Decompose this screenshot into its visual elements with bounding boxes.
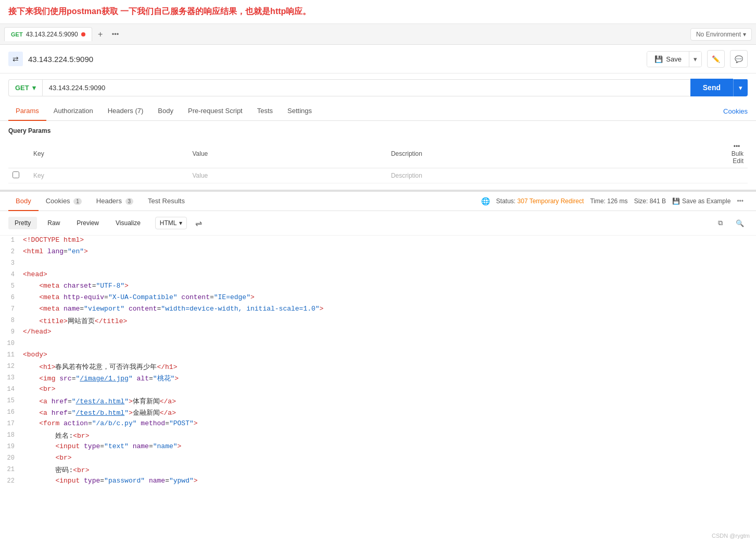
method-select[interactable]: GET ▾ [8, 79, 42, 96]
url-input[interactable] [42, 79, 690, 96]
view-pretty-button[interactable]: Pretty [8, 217, 37, 229]
more-tabs-button[interactable]: ••• [108, 28, 123, 40]
line-number: 1 [0, 236, 21, 244]
key-cell[interactable]: Key [29, 168, 188, 183]
tab-pre-request-script[interactable]: Pre-request Script [181, 102, 250, 121]
code-line: 16 <a href="/test/b.html">金融新闻</a> [0, 408, 756, 419]
bulk-edit-button[interactable]: Bulk Edit [732, 150, 744, 165]
code-line: 12 <h1>春风若有怜花意，可否许我再少年</h1> [0, 362, 756, 373]
line-content: <meta charset="UTF-8"> [21, 281, 756, 290]
send-button[interactable]: Send [690, 79, 733, 96]
line-number: 10 [0, 339, 21, 347]
desc-cell[interactable]: Description [387, 168, 716, 183]
format-label: HTML [160, 219, 177, 227]
code-line: 4<head> [0, 270, 756, 281]
line-content: <br> [21, 453, 756, 462]
line-number: 19 [0, 442, 21, 450]
save-button[interactable]: 💾 Save [647, 52, 689, 67]
row-more [716, 168, 748, 183]
view-preview-button[interactable]: Preview [70, 217, 105, 229]
code-line: 6 <meta http-equiv="X-UA-Compatible" con… [0, 293, 756, 304]
send-button-group: Send ▾ [690, 79, 748, 96]
value-cell[interactable]: Value [188, 168, 386, 183]
edit-icon-button[interactable]: ✏️ [707, 50, 725, 68]
tab-params[interactable]: Params [8, 102, 46, 121]
tab-bar: GET 43.143.224.5:9090 + ••• No Environme… [0, 24, 756, 45]
save-example-label: Save as Example [682, 198, 730, 205]
response-size: Size: 841 B [634, 198, 666, 205]
tab-headers[interactable]: Headers (7) [100, 102, 151, 121]
line-number: 12 [0, 362, 21, 370]
code-line: 11<body> [0, 350, 756, 362]
code-line: 15 <a href="/test/a.html">体育新闻</a> [0, 396, 756, 408]
params-table: Key Value Description ••• Bulk Edit Key … [8, 140, 748, 183]
tab-settings[interactable]: Settings [280, 102, 319, 121]
tab-tests[interactable]: Tests [250, 102, 280, 121]
response-tabs-bar: Body Cookies 1 Headers 3 Test Results 🌐 … [0, 192, 756, 211]
format-selector[interactable]: HTML ▾ [155, 217, 187, 229]
copy-code-button[interactable]: ⧉ [712, 215, 728, 231]
response-tab-cookies[interactable]: Cookies 1 [39, 192, 89, 211]
params-col-description: Description [387, 140, 716, 168]
line-number: 2 [0, 247, 21, 255]
line-content: <br> [21, 385, 756, 393]
line-number: 15 [0, 396, 21, 404]
line-number: 4 [0, 270, 21, 278]
request-tab[interactable]: GET 43.143.224.5:9090 [4, 27, 92, 41]
save-button-group: 💾 Save ▾ [647, 51, 702, 67]
response-more-button[interactable]: ••• [737, 198, 744, 205]
cookies-link[interactable]: Cookies [723, 102, 748, 120]
request-icon: ⇄ [8, 52, 23, 66]
save-label: Save [666, 55, 682, 63]
response-time: Time: 126 ms [590, 198, 627, 205]
line-content: <a href="/test/a.html">体育新闻</a> [21, 396, 756, 406]
environment-selector[interactable]: No Environment ▾ [690, 28, 752, 41]
line-number: 7 [0, 304, 21, 313]
request-bar: ⇄ 43.143.224.5:9090 💾 Save ▾ ✏️ 💬 [0, 45, 756, 73]
view-raw-button[interactable]: Raw [41, 217, 66, 229]
response-tab-body[interactable]: Body [8, 192, 39, 211]
status-value: 307 Temporary Redirect [518, 198, 584, 205]
code-line: 7 <meta name="viewport" content="width=d… [0, 304, 756, 316]
line-content: <meta name="viewport" content="width=dev… [21, 304, 756, 313]
row-checkbox[interactable] [12, 171, 19, 178]
line-number: 8 [0, 316, 21, 324]
code-line: 1<!DOCTYPE html> [0, 236, 756, 247]
line-number: 22 [0, 476, 21, 485]
line-number: 18 [0, 430, 21, 439]
line-content: 姓名:<br> [21, 430, 756, 441]
response-tab-headers[interactable]: Headers 3 [89, 192, 141, 211]
code-line: 21 密码:<br> [0, 465, 756, 476]
save-example-button[interactable]: 💾 Save as Example [672, 198, 730, 205]
request-tabs-nav: Params Authorization Headers (7) Body Pr… [0, 102, 756, 121]
params-col-check [8, 140, 29, 168]
line-number: 17 [0, 419, 21, 427]
line-number: 20 [0, 453, 21, 462]
params-col-more: ••• Bulk Edit [716, 140, 748, 168]
view-visualize-button[interactable]: Visualize [109, 217, 147, 229]
send-dropdown-button[interactable]: ▾ [733, 79, 748, 96]
code-line: 13 <img src="/image/1.jpg" alt="桃花"> [0, 373, 756, 385]
more-icon: ••• [734, 143, 740, 150]
response-tab-test-results[interactable]: Test Results [141, 192, 192, 211]
comment-icon-button[interactable]: 💬 [730, 50, 748, 68]
line-number: 11 [0, 350, 21, 359]
code-line: 9</head> [0, 327, 756, 339]
line-content: <head> [21, 270, 756, 279]
line-number: 21 [0, 465, 21, 473]
tab-url: 43.143.224.5:9090 [26, 31, 78, 38]
save-dropdown-button[interactable]: ▾ [689, 52, 701, 67]
tab-body[interactable]: Body [150, 102, 181, 121]
code-line: 19 <input type="text" name="name"> [0, 442, 756, 453]
url-bar: GET ▾ Send ▾ [0, 73, 756, 102]
code-line: 8 <title>网站首页</title> [0, 316, 756, 327]
add-tab-button[interactable]: + [93, 27, 108, 42]
line-content [21, 258, 756, 260]
row-check [8, 168, 29, 183]
tab-authorization[interactable]: Authorization [46, 102, 100, 121]
request-title: 43.143.224.5:9090 [28, 55, 641, 64]
wrap-icon-button[interactable]: ⇌ [195, 218, 202, 228]
search-code-button[interactable]: 🔍 [732, 215, 748, 231]
line-number: 5 [0, 281, 21, 290]
line-content: <meta http-equiv="X-UA-Compatible" conte… [21, 293, 756, 302]
